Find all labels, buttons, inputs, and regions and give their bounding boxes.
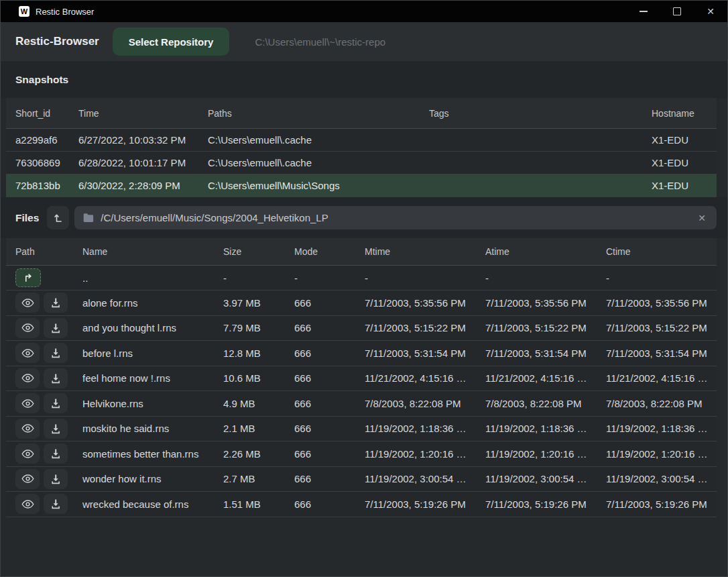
file-atime: 11/21/2002, 4:15:16 … (485, 372, 606, 384)
file-atime: 7/11/2003, 5:35:56 PM (485, 297, 606, 309)
up-level-button[interactable] (47, 206, 69, 229)
file-atime: 11/19/2002, 3:00:54 … (485, 473, 606, 484)
view-file-button[interactable] (15, 494, 40, 514)
snapshot-paths: C:\Users\emuell\Music\Songs (208, 180, 429, 191)
snapshot-hostname: X1-EDU (652, 180, 717, 191)
column-ctime: Ctime (606, 246, 717, 257)
file-ctime: 7/11/2003, 5:15:22 PM (606, 322, 717, 333)
file-mode: 666 (294, 448, 365, 460)
eye-icon (21, 298, 34, 308)
files-table-body: alone for.rns 3.97 MB 666 7/11/2003, 5:3… (1, 291, 727, 517)
file-ctime: 7/8/2003, 8:22:08 PM (606, 398, 717, 409)
snapshot-hostname: X1-EDU (652, 157, 717, 168)
file-row: alone for.rns 3.97 MB 666 7/11/2003, 5:3… (6, 291, 717, 316)
parent-directory-row: .. - - - - - (6, 266, 717, 291)
file-atime: 11/19/2002, 1:18:36 … (485, 423, 606, 434)
column-path: Path (15, 246, 82, 257)
eye-icon (21, 449, 34, 459)
file-mtime: 11/19/2002, 3:00:54 … (365, 473, 485, 484)
dump-file-button[interactable] (44, 494, 68, 514)
view-file-button[interactable] (15, 419, 40, 439)
file-row: wonder how it.rns 2.7 MB 666 11/19/2002,… (6, 467, 717, 492)
files-section-header: Files /C/Users/emuell/Music/Songs/2004_H… (1, 197, 727, 238)
file-ctime: 11/19/2002, 1:18:36 … (606, 423, 717, 434)
dump-file-button[interactable] (44, 393, 68, 413)
download-icon (50, 373, 61, 384)
dump-file-button[interactable] (44, 419, 68, 439)
eye-icon (21, 348, 34, 358)
snapshot-row[interactable]: a2299af6 6/27/2022, 10:03:32 PM C:\Users… (6, 129, 717, 152)
file-mode: 666 (294, 423, 365, 434)
parent-dir-mtime: - (365, 272, 485, 284)
file-name: sometimes better than.rns (82, 448, 223, 460)
file-atime: 7/11/2003, 5:15:22 PM (485, 322, 606, 333)
dump-file-button[interactable] (44, 469, 68, 489)
view-file-button[interactable] (15, 393, 40, 413)
column-mode: Mode (294, 246, 365, 257)
file-atime: 7/8/2003, 8:22:08 PM (485, 398, 606, 409)
snapshot-short-id: 72b813bb (15, 180, 78, 191)
column-size: Size (223, 246, 294, 257)
dump-file-button[interactable] (44, 318, 68, 338)
file-mode: 666 (294, 398, 365, 409)
snapshots-table-header: Short_id Time Paths Tags Hostname (6, 98, 717, 129)
snapshot-row[interactable]: 72b813bb 6/30/2022, 2:28:09 PM C:\Users\… (6, 174, 717, 197)
download-icon (50, 499, 61, 509)
current-path: /C/Users/emuell/Music/Songs/2004_Helveti… (101, 212, 328, 223)
column-paths: Paths (208, 108, 429, 119)
file-mode: 666 (294, 473, 365, 484)
snapshot-row[interactable]: 76306869 6/28/2022, 10:01:17 PM C:\Users… (6, 152, 717, 174)
dump-file-button[interactable] (44, 368, 68, 388)
minimize-button[interactable] (627, 1, 660, 22)
window-controls: ✕ (627, 1, 727, 22)
file-row: feel home now !.rns 10.6 MB 666 11/21/20… (6, 366, 717, 392)
dump-file-button[interactable] (44, 343, 68, 363)
select-repository-button[interactable]: Select Repository (113, 28, 230, 56)
eye-icon (21, 323, 34, 333)
file-atime: 7/11/2003, 5:19:26 PM (485, 499, 606, 510)
dump-file-button[interactable] (44, 443, 68, 464)
column-short-id: Short_id (15, 108, 78, 119)
file-size: 2.7 MB (223, 473, 294, 484)
file-row: moskito he said.rns 2.1 MB 666 11/19/200… (6, 417, 717, 442)
file-size: 10.6 MB (223, 372, 294, 384)
file-atime: 7/11/2003, 5:31:54 PM (485, 348, 606, 359)
repository-path: C:\Users\emuell\~\restic-repo (255, 36, 385, 48)
file-size: 3.97 MB (223, 297, 294, 309)
maximize-button[interactable] (660, 1, 694, 22)
view-file-button[interactable] (15, 469, 40, 489)
file-size: 1.51 MB (223, 499, 294, 510)
file-row: and you thought l.rns 7.79 MB 666 7/11/2… (6, 316, 717, 342)
navigate-parent-button[interactable] (15, 268, 41, 287)
download-icon (50, 423, 61, 434)
minimize-icon (640, 11, 648, 12)
clear-path-button[interactable]: ✕ (695, 212, 709, 224)
view-file-button[interactable] (15, 343, 40, 363)
dump-file-button[interactable] (44, 293, 68, 313)
download-icon (50, 448, 61, 459)
file-mtime: 7/11/2003, 5:15:22 PM (365, 322, 485, 333)
app-header: Restic-Browser Select Repository C:\User… (1, 22, 727, 61)
eye-icon (21, 423, 34, 433)
file-path-bar[interactable]: /C/Users/emuell/Music/Songs/2004_Helveti… (74, 206, 717, 229)
view-file-button[interactable] (15, 443, 40, 464)
snapshot-hostname: X1-EDU (652, 134, 717, 146)
file-name: wrecked because of.rns (82, 499, 223, 510)
file-row: Helvikone.rns 4.9 MB 666 7/8/2003, 8:22:… (6, 391, 717, 417)
snapshot-short-id: 76306869 (15, 157, 78, 168)
snapshot-time: 6/28/2022, 10:01:17 PM (78, 157, 208, 168)
eye-icon (21, 399, 34, 409)
titlebar[interactable]: W Restic Browser ✕ (1, 1, 727, 22)
snapshots-title: Snapshots (15, 74, 68, 86)
eye-icon (21, 373, 34, 383)
view-file-button[interactable] (15, 368, 40, 388)
view-file-button[interactable] (15, 318, 40, 338)
download-icon (50, 297, 61, 308)
clear-path-icon: ✕ (698, 213, 706, 223)
close-button[interactable]: ✕ (694, 1, 727, 22)
file-mtime: 7/11/2003, 5:19:26 PM (365, 499, 485, 510)
view-file-button[interactable] (15, 293, 40, 313)
file-row: sometimes better than.rns 2.26 MB 666 11… (6, 441, 717, 467)
app-logo-letter: W (21, 8, 27, 15)
arrow-up-from-baseline-icon (53, 213, 64, 223)
